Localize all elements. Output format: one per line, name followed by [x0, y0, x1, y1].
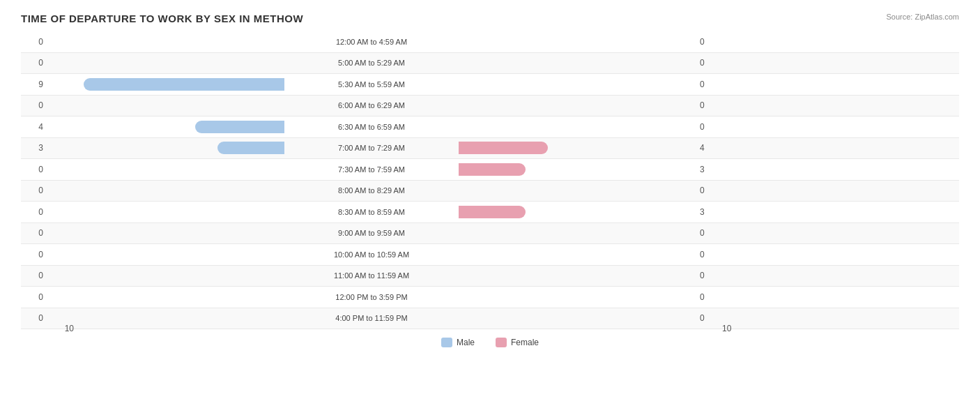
bar-section-left: [47, 227, 284, 239]
x-axis-right-label: 10: [722, 324, 749, 333]
bar-section-right: [459, 99, 696, 112]
x-axis-row: 10 10: [21, 324, 959, 333]
male-value: 0: [21, 250, 47, 259]
bar-section-right: [459, 291, 696, 303]
female-value: 4: [696, 143, 722, 153]
bar-section-left: [47, 291, 284, 303]
table-row: 0 8:30 AM to 8:59 AM 3: [21, 202, 959, 223]
male-value: 0: [21, 186, 47, 195]
bar-section-right: [459, 78, 696, 91]
table-row: 0 5:00 AM to 5:29 AM 0: [21, 53, 959, 75]
female-value: 0: [696, 228, 722, 238]
male-value: 0: [21, 58, 47, 68]
time-label: 7:30 AM to 7:59 AM: [284, 165, 459, 174]
time-label: 10:00 AM to 10:59 AM: [284, 250, 459, 259]
bar-section-right: [459, 269, 696, 282]
legend-male-box: [441, 338, 452, 347]
chart-title: TIME OF DEPARTURE TO WORK BY SEX IN METH…: [21, 13, 959, 24]
bar-section-right: [459, 312, 696, 324]
time-label: 8:30 AM to 8:59 AM: [284, 208, 459, 216]
bar-section-left: [47, 36, 284, 48]
female-value: 0: [696, 122, 722, 132]
source-text: Source: ZipAtlas.com: [886, 13, 959, 21]
female-value: 0: [696, 80, 722, 89]
bar-section-right: [459, 142, 696, 154]
chart-container: TIME OF DEPARTURE TO WORK BY SEX IN METH…: [0, 0, 980, 415]
bar-male: [84, 78, 284, 91]
female-value: 3: [696, 165, 722, 174]
bar-section-left: [47, 78, 284, 91]
male-value: 0: [21, 165, 47, 174]
bar-section-left: [47, 269, 284, 282]
rows-container: 0 12:00 AM to 4:59 AM 0 0 5:00 AM to 5:2…: [21, 31, 959, 329]
bar-section-left: [47, 163, 284, 176]
male-value: 0: [21, 37, 47, 47]
table-row: 0 9:00 AM to 9:59 AM 0: [21, 223, 959, 245]
bar-female: [459, 206, 526, 218]
table-row: 0 8:00 AM to 8:29 AM 0: [21, 181, 959, 202]
time-label: 4:00 PM to 11:59 PM: [284, 314, 459, 322]
female-value: 0: [696, 313, 722, 323]
female-value: 0: [696, 58, 722, 68]
time-label: 5:00 AM to 5:29 AM: [284, 59, 459, 67]
bar-section-left: [47, 142, 284, 154]
time-label: 12:00 AM to 4:59 AM: [284, 38, 459, 46]
time-label: 9:00 AM to 9:59 AM: [284, 229, 459, 237]
time-label: 7:00 AM to 7:29 AM: [284, 144, 459, 152]
female-value: 0: [696, 271, 722, 280]
table-row: 0 12:00 PM to 3:59 PM 0: [21, 287, 959, 308]
time-label: 6:30 AM to 6:59 AM: [284, 123, 459, 131]
male-value: 4: [21, 122, 47, 132]
time-label: 11:00 AM to 11:59 AM: [284, 271, 459, 280]
bar-section-left: [47, 99, 284, 112]
bar-section-left: [47, 56, 284, 69]
bar-section-right: [459, 56, 696, 69]
legend-male-label: Male: [457, 338, 475, 347]
bar-section-right: [459, 163, 696, 176]
bar-section-right: [459, 206, 696, 218]
male-value: 0: [21, 207, 47, 217]
time-label: 12:00 PM to 3:59 PM: [284, 293, 459, 301]
legend-female: Female: [496, 338, 539, 347]
male-value: 0: [21, 271, 47, 280]
legend-male: Male: [441, 338, 475, 347]
bar-section-left: [47, 184, 284, 197]
bar-section-left: [47, 248, 284, 261]
male-value: 0: [21, 100, 47, 110]
legend-female-label: Female: [511, 338, 539, 347]
female-value: 0: [696, 292, 722, 302]
table-row: 0 10:00 AM to 10:59 AM 0: [21, 244, 959, 266]
female-value: 0: [696, 186, 722, 195]
table-row: 3 7:00 AM to 7:29 AM 4: [21, 138, 959, 160]
bar-section-right: [459, 248, 696, 261]
bar-female: [459, 142, 548, 154]
bottom-area: 10 10 Male Female: [21, 324, 959, 357]
bar-section-right: [459, 227, 696, 239]
male-value: 0: [21, 292, 47, 302]
male-value: 9: [21, 80, 47, 89]
x-axis-left-label: 10: [47, 324, 74, 333]
time-label: 8:00 AM to 8:29 AM: [284, 186, 459, 195]
male-value: 0: [21, 228, 47, 238]
male-value: 3: [21, 143, 47, 153]
table-row: 0 6:00 AM to 6:29 AM 0: [21, 96, 959, 117]
bar-male: [195, 121, 284, 133]
table-row: 9 5:30 AM to 5:59 AM 0: [21, 74, 959, 96]
bar-section-right: [459, 36, 696, 48]
bar-section-right: [459, 121, 696, 133]
legend-female-box: [496, 338, 507, 347]
female-value: 0: [696, 100, 722, 110]
bar-female: [459, 163, 526, 176]
table-row: 0 12:00 AM to 4:59 AM 0: [21, 31, 959, 53]
time-label: 5:30 AM to 5:59 AM: [284, 80, 459, 89]
bar-section-left: [47, 312, 284, 324]
time-label: 6:00 AM to 6:29 AM: [284, 101, 459, 110]
table-row: 4 6:30 AM to 6:59 AM 0: [21, 116, 959, 138]
female-value: 0: [696, 250, 722, 259]
male-value: 0: [21, 313, 47, 323]
table-row: 0 11:00 AM to 11:59 AM 0: [21, 266, 959, 287]
bar-section-left: [47, 206, 284, 218]
legend: Male Female: [21, 338, 959, 347]
chart-area: 0 12:00 AM to 4:59 AM 0 0 5:00 AM to 5:2…: [21, 31, 959, 357]
female-value: 0: [696, 37, 722, 47]
